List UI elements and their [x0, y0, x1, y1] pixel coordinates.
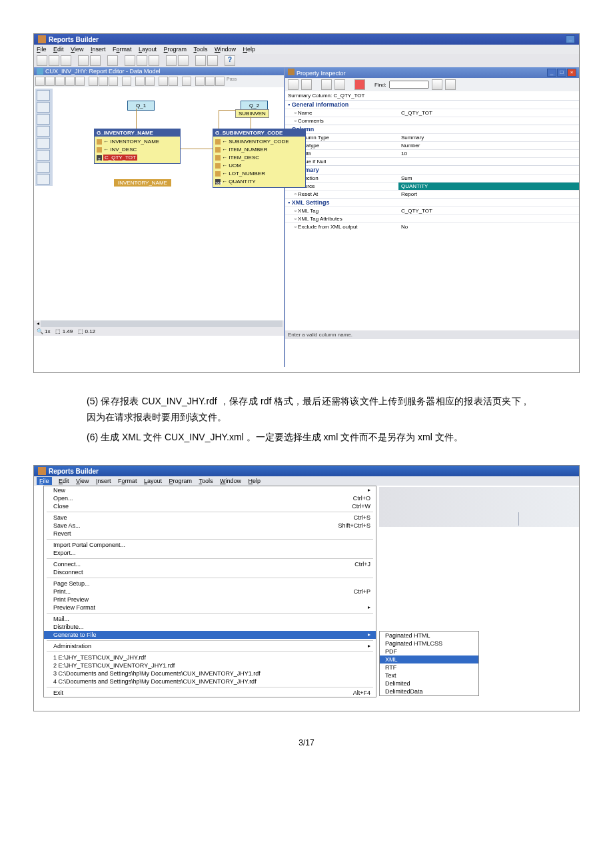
editor-btn[interactable]: [169, 77, 178, 86]
palette-btn[interactable]: [37, 102, 50, 113]
palette-btn[interactable]: [37, 114, 50, 125]
editor-btn[interactable]: [35, 77, 45, 86]
menu-layout[interactable]: Layout: [139, 46, 157, 53]
menu-program[interactable]: Program: [169, 478, 193, 484]
menu-item[interactable]: Mail...: [44, 615, 376, 623]
submenu-item[interactable]: Delimited: [380, 679, 478, 687]
menu-item[interactable]: CloseCtrl+W: [44, 502, 376, 510]
toolbar-button[interactable]: [207, 55, 218, 66]
prop-comments-value[interactable]: [398, 117, 579, 125]
find-prev[interactable]: [432, 79, 442, 90]
menu-item[interactable]: Page Setup...: [44, 580, 376, 588]
menu-insert[interactable]: Insert: [96, 478, 111, 484]
data-model-canvas[interactable]: Q_1 Q_2 SUBINVEN G_INVENTORY_NAME ← INVE…: [34, 87, 284, 320]
submenu-item[interactable]: DelimitedData: [380, 687, 478, 695]
menu-insert[interactable]: Insert: [91, 46, 106, 53]
find-input[interactable]: [389, 81, 429, 89]
menu-item[interactable]: 4 C:\Documents and Settings\hp\My Docume…: [44, 677, 376, 685]
submenu-item[interactable]: Paginated HTMLCSS: [380, 640, 478, 648]
editor-btn[interactable]: [45, 77, 55, 86]
section-column[interactable]: ▪ Column: [285, 125, 579, 133]
menu-file-open[interactable]: File: [37, 477, 52, 485]
palette-btn[interactable]: [37, 174, 50, 185]
menu-item[interactable]: Distribute...: [44, 623, 376, 631]
menu-item[interactable]: Generate to File: [44, 631, 376, 639]
prop-source-value[interactable]: QUANTITY: [398, 183, 579, 190]
submenu-item[interactable]: Paginated HTML: [380, 632, 478, 640]
toolbar-button[interactable]: [195, 55, 206, 66]
menu-item[interactable]: Import Portal Component...: [44, 541, 376, 549]
menu-item[interactable]: 1 E:\JHY_TEST\CUX_INV_JHY.rdf: [44, 653, 376, 661]
editor-btn[interactable]: [55, 77, 65, 86]
toolbar-button[interactable]: [137, 55, 147, 66]
toolbar-button[interactable]: [166, 55, 177, 66]
menu-window[interactable]: Window: [215, 46, 236, 53]
menu-item[interactable]: Disconnect: [44, 568, 376, 576]
menu-edit[interactable]: Edit: [53, 46, 64, 53]
summary-column[interactable]: C_QTY_TOT: [103, 155, 137, 161]
menu-tools[interactable]: Tools: [199, 478, 213, 484]
editor-btn[interactable]: [89, 77, 98, 86]
menu-item[interactable]: Connect...Ctrl+J: [44, 560, 376, 568]
section-xml[interactable]: ▪ XML Settings: [285, 198, 579, 207]
toolbar-button[interactable]: [49, 55, 59, 66]
menu-edit[interactable]: Edit: [59, 478, 69, 484]
menu-layout[interactable]: Layout: [144, 478, 162, 484]
maximize-icon[interactable]: □: [557, 69, 566, 77]
menu-item[interactable]: Print Preview: [44, 596, 376, 604]
editor-btn[interactable]: [145, 77, 155, 86]
toolbar-button[interactable]: [125, 55, 135, 66]
menu-item[interactable]: Print...Ctrl+P: [44, 588, 376, 596]
section-summary[interactable]: ▪ Summary: [285, 165, 579, 174]
section-general[interactable]: ▪ General Information: [285, 100, 579, 109]
editor-btn[interactable]: [215, 77, 225, 86]
submenu-item[interactable]: PDF: [380, 648, 478, 655]
menu-format[interactable]: Format: [113, 46, 132, 53]
palette-btn[interactable]: [37, 150, 50, 161]
editor-btn[interactable]: [65, 77, 75, 86]
editor-btn[interactable]: [205, 77, 215, 86]
toolbar-button[interactable]: [149, 55, 159, 66]
menu-item[interactable]: Save As...Shift+Ctrl+S: [44, 522, 376, 530]
palette-btn[interactable]: [37, 138, 50, 149]
menu-item[interactable]: Export...: [44, 549, 376, 557]
menu-file[interactable]: File: [37, 46, 47, 53]
subinven-link[interactable]: SUBINVEN: [235, 109, 269, 118]
menu-help[interactable]: Help: [243, 46, 256, 53]
pi-btn[interactable]: [334, 79, 345, 90]
pi-btn[interactable]: [301, 79, 312, 90]
editor-btn[interactable]: [135, 77, 145, 86]
group-g-subinventory-code[interactable]: G_SUBINVENTORY_CODE ← SUBINVENTORY_CODE …: [213, 129, 306, 188]
editor-btn[interactable]: [109, 77, 118, 86]
query-q1[interactable]: Q_1: [127, 101, 155, 111]
submenu-item[interactable]: RTF: [380, 663, 478, 671]
close-icon[interactable]: ×: [567, 69, 576, 77]
pi-btn[interactable]: [354, 79, 365, 90]
editor-btn[interactable]: [75, 77, 85, 86]
menu-window[interactable]: Window: [220, 478, 241, 484]
menu-program[interactable]: Program: [164, 46, 187, 53]
menu-item[interactable]: Administration: [44, 642, 376, 650]
pi-btn[interactable]: [321, 79, 332, 90]
menu-item[interactable]: Preview Format: [44, 604, 376, 612]
menu-item[interactable]: ExitAlt+F4: [44, 689, 376, 697]
prop-name-value[interactable]: C_QTY_TOT: [398, 109, 579, 117]
editor-btn[interactable]: [99, 77, 108, 86]
menu-item[interactable]: New: [44, 486, 376, 494]
submenu-item[interactable]: XML: [380, 655, 478, 663]
menu-item[interactable]: Open...Ctrl+O: [44, 494, 376, 502]
palette-btn[interactable]: [37, 162, 50, 173]
toolbar-button[interactable]: [78, 55, 89, 66]
toolbar-button[interactable]: [90, 55, 101, 66]
menu-view[interactable]: View: [71, 46, 83, 53]
group-g-inventory-name[interactable]: G_INVENTORY_NAME ← INVENTORY_NAME ← INV_…: [94, 129, 181, 164]
toolbar-button[interactable]: [61, 55, 71, 66]
palette-btn[interactable]: [37, 126, 50, 137]
editor-btn[interactable]: [122, 77, 131, 86]
find-next[interactable]: [445, 79, 456, 90]
menu-item[interactable]: Revert: [44, 530, 376, 538]
menu-item[interactable]: 3 C:\Documents and Settings\hp\My Docume…: [44, 669, 376, 677]
help-button[interactable]: ?: [225, 55, 235, 66]
minimize-icon[interactable]: _: [547, 69, 556, 77]
editor-btn[interactable]: [195, 77, 205, 86]
